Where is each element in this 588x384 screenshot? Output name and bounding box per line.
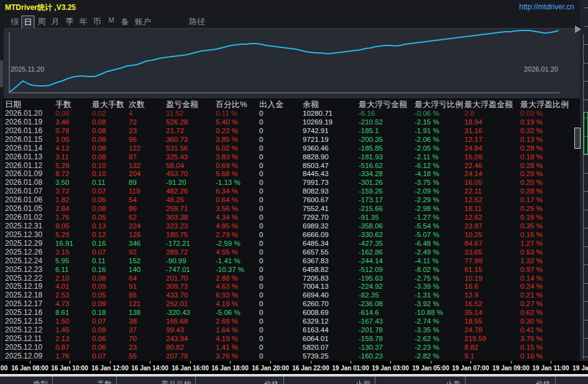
table-cell: 9360.46 [303, 144, 329, 153]
table-cell: 0.10 [92, 170, 106, 179]
table-row[interactable]: 2025.12.194.010.0991309.734.63 %07004.13… [0, 283, 580, 291]
right-scrollbar-thumb[interactable] [574, 128, 581, 149]
table-row[interactable]: 2025.12.236.110.16140-747.01-10.37 %0645… [0, 266, 580, 274]
table-cell: -201.78 [359, 326, 383, 335]
table-row[interactable]: 2026.01.144.120.08122531.566.02 %09360.4… [0, 144, 580, 153]
table-cell: 8.72 [55, 170, 69, 179]
table-cell: -6.16 [359, 110, 375, 118]
table-row[interactable]: 2026.01.061.820.065448.260.64 %07600.67-… [0, 196, 580, 205]
menu-tab-10[interactable]: 账户 [133, 16, 153, 28]
table-row[interactable]: 2025.12.319.050.13224323.234.85 %06989.3… [0, 222, 580, 231]
table-cell: 0.06 [92, 196, 106, 205]
table-row[interactable]: 2025.12.222.100.0864201.702.88 %07205.83… [0, 274, 580, 283]
column-header[interactable]: 最大浮亏金额 [359, 99, 407, 110]
menu-tab-9[interactable]: 备 [119, 16, 131, 28]
menu-tab-3[interactable]: 周 [36, 16, 48, 28]
table-row[interactable]: 2026.01.125.280.1013258.040.69 %08503.47… [0, 162, 580, 171]
table-cell: 0 [259, 110, 263, 118]
table-cell: 121 [129, 300, 140, 309]
time-label: 16 Jan 10:00 [51, 365, 88, 372]
table-cell: 3.15 [55, 248, 69, 257]
menu-tab-6[interactable]: 年 [78, 16, 90, 28]
dashed-gridline [584, 81, 588, 82]
table-row[interactable]: 2025.12.305.290.12126180.752.79 %06666.0… [0, 231, 580, 240]
menu-tab-4[interactable]: 月 [50, 16, 62, 28]
table-row[interactable]: 2026.01.052.840.0886259.713.56 %07552.41… [0, 205, 580, 213]
table-row[interactable]: 2025.12.121.450.083799.431.64 %06163.44-… [0, 326, 580, 335]
table-cell: 91 [129, 283, 137, 291]
table-cell: 0 [259, 153, 263, 162]
column-header[interactable]: 最大浮盈金额 [464, 99, 513, 110]
table-row[interactable]: 2025.12.151.500.0738165.682.69 %06329.12… [0, 317, 580, 326]
table-row[interactable]: 2026.01.073.720.07119482.266.34 %08082.9… [0, 187, 580, 196]
table-row[interactable]: 2025.12.168.610.18138-320.43-5.06 %06008… [0, 309, 580, 317]
table-cell: 0 [259, 187, 263, 196]
table-cell: 6367.83 [303, 257, 329, 266]
column-header[interactable]: 出入金 [259, 99, 283, 110]
column-header[interactable]: 最大手数 [92, 99, 124, 110]
table-cell: 2025.12.18 [5, 291, 42, 300]
table-cell: 0.06 [92, 335, 106, 344]
dashed-gridline [584, 7, 588, 8]
table-row[interactable]: 2026.01.098.720.10204453.705.68 %08445.4… [0, 170, 580, 179]
menu-tab-7[interactable]: 币 [91, 16, 103, 28]
scroll-right-arrow-icon[interactable] [575, 26, 581, 33]
table-row[interactable]: 2025.12.091.760.0755207.793.76 %05739.25… [0, 352, 580, 361]
time-label: 19 Jan 03:00 [372, 365, 409, 372]
menu-tab-2[interactable]: 日 [22, 16, 35, 29]
table-cell: 526.28 [166, 118, 188, 127]
table-row[interactable]: 2025.12.182.530.0585433.706.93 %06694.40… [0, 291, 580, 300]
orders-column-header[interactable]: 价格 [536, 379, 551, 384]
table-cell: 0.78 [55, 127, 69, 136]
column-header[interactable]: 盈亏金额 [166, 99, 198, 110]
table-row[interactable]: 2026.01.193.460.0872526.285.40 %010269.1… [0, 118, 580, 127]
time-axis[interactable]: :0016 Jan 08:0016 Jan 10:0016 Jan 12:001… [0, 361, 588, 374]
orders-column-header[interactable]: 止盈 [446, 379, 461, 384]
column-header[interactable]: 百分比% [216, 99, 247, 110]
time-label: 16 Jan 08:00 [11, 365, 48, 372]
orders-column-header[interactable]: 手数 [97, 379, 112, 384]
equity-chart[interactable]: 2025.11.20 2026.01.20 [0, 28, 580, 99]
orders-column-header[interactable]: 止损 [356, 379, 370, 384]
menu-tab-1[interactable]: 综 [9, 16, 21, 28]
table-row[interactable]: 2025.12.263.150.0792289.724.55 %06657.55… [0, 248, 580, 257]
table-row[interactable]: 2026.01.200.080.02411.520.11 %010280.71-… [0, 110, 580, 118]
orders-column-header[interactable]: 类型 [33, 379, 48, 384]
column-header[interactable]: 最大浮亏比例 [415, 99, 463, 110]
table-row[interactable]: 2025.12.174.730.09121252.014.19 %06260.7… [0, 300, 580, 309]
table-row[interactable]: 2026.01.160.780.082321.720.22 %09742.91-… [0, 127, 580, 136]
table-cell: 0 [259, 291, 263, 300]
table-cell: 0.20 % [520, 179, 543, 187]
column-header[interactable]: 次数 [129, 99, 145, 110]
table-row[interactable]: 2026.01.153.050.0896360.733.85 %09721.19… [0, 136, 580, 144]
column-header[interactable]: 最大浮盈比例 [520, 99, 569, 110]
table-row[interactable]: 2025.12.2916.910.16346-172.21-2.59 %0648… [0, 240, 580, 248]
table-cell: 360.73 [166, 136, 188, 144]
table-cell: 16.6 [464, 283, 478, 291]
menu-tab-11[interactable]: 路径 [187, 16, 207, 28]
menu-tab-5[interactable]: 季 [64, 16, 76, 28]
table-cell: -167.43 [359, 317, 383, 326]
column-header[interactable]: 手数 [55, 99, 71, 110]
left-scrollbar[interactable] [0, 28, 4, 98]
left-scrollbar-thumb[interactable] [0, 60, 3, 87]
menu-tab-8[interactable]: M [106, 16, 116, 24]
orders-column-header[interactable]: 产品品种 [161, 379, 191, 384]
table-row[interactable]: 2026.01.021.760.0562303.384.34 %07292.70… [0, 213, 580, 222]
table-cell: 77.99 [464, 257, 482, 266]
table-row[interactable]: 2026.01.083.500.1189-91.20-1.13 %07991.7… [0, 179, 580, 187]
orders-column-header[interactable]: 价格 [264, 379, 279, 384]
table-row[interactable]: 2025.12.112.130.0670243.944.19 %06064.01… [0, 335, 580, 344]
table-cell: 8828.90 [303, 153, 329, 162]
table-cell: -185.1 [359, 127, 379, 136]
table-cell: 2026.01.19 [5, 118, 42, 127]
dashed-gridline [584, 154, 588, 155]
table-row[interactable]: 2026.01.133.110.0887325.433.83 %08828.90… [0, 153, 580, 162]
table-row[interactable]: 2025.12.100.870.062380.821.41 %05820.07-… [0, 344, 580, 352]
table-row[interactable]: 2025.12.245.950.11152-90.99-1.41 %06367.… [0, 257, 580, 266]
column-header[interactable]: 余额 [303, 99, 319, 110]
table-cell: 0.08 [92, 118, 106, 127]
table-cell: 2025.12.23 [5, 266, 42, 274]
table-cell: 0.22 % [216, 127, 238, 136]
website-link[interactable]: http://mtdriver.cn [519, 2, 574, 11]
